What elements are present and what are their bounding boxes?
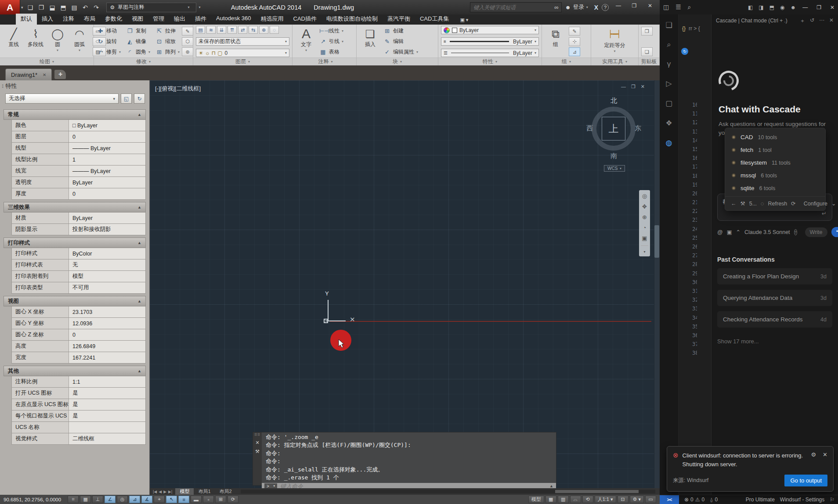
modify-tool-button[interactable]: ⇱ 拉伸 <box>155 27 180 35</box>
help-icon[interactable]: ? <box>602 4 609 11</box>
quick-access-button[interactable]: ↷ <box>91 4 102 11</box>
property-row[interactable]: 宽度167.2241 <box>11 352 146 364</box>
collapse-icon[interactable]: ▲ <box>137 205 141 209</box>
section-header-general[interactable]: 常规▲ <box>4 109 146 120</box>
property-row[interactable]: 打开 UCS 图标是 <box>11 388 146 399</box>
mcp-server-row[interactable]: fetch 1 tool <box>725 144 825 156</box>
viewport-controls-label[interactable]: [-][俯视][二维线框] <box>155 85 201 93</box>
chevron-down-icon[interactable]: ▾ <box>188 5 192 9</box>
group-button[interactable]: ⧉ 组 <box>545 26 567 57</box>
property-row[interactable]: UCS 名称 <box>11 422 146 433</box>
layout-nav-button[interactable]: |◀ <box>153 490 157 494</box>
modify-tool-button[interactable]: ❐ 复制 <box>126 27 150 35</box>
selection-dropdown[interactable]: 无选择▾ <box>5 94 119 104</box>
property-row[interactable]: 在原点显示 UCS 图标是 <box>11 399 146 410</box>
remote-indicator[interactable]: >< <box>660 495 679 504</box>
cascade-header-icon[interactable]: ⋯ <box>819 17 824 25</box>
panel-label-draw[interactable]: 绘图▾ <box>0 58 94 65</box>
close-icon[interactable]: ✕ <box>823 451 827 458</box>
property-row[interactable]: 厚度0 <box>11 188 146 200</box>
lineweight-dropdown[interactable]: ≡ ByLayer▾ <box>441 37 539 46</box>
toggle-pickadd-button[interactable]: ↻ <box>134 94 145 104</box>
status-right-button[interactable]: 模型 <box>528 496 544 503</box>
go-to-output-button[interactable]: Go to output <box>784 475 827 486</box>
clipboard-button[interactable]: ❐ <box>641 27 653 36</box>
draw-tool-button[interactable]: ◠ 圆弧 ▾ <box>69 26 90 57</box>
navbar-tool-icon[interactable]: ▣ <box>642 235 647 241</box>
layer-status-icon[interactable]: ☀ <box>199 50 203 56</box>
ide-window-button[interactable]: ❐ <box>816 4 821 11</box>
layout-tab[interactable]: 布局2 <box>215 488 236 495</box>
workspace-selector[interactable]: ⚙ 草图与注释 ▾ <box>106 3 196 12</box>
status-toggle-button[interactable]: ≡ <box>178 496 189 503</box>
show-more-link[interactable]: Show 17 more... <box>717 338 832 345</box>
quick-access-button[interactable]: ❐ <box>36 4 47 11</box>
tab-close-icon[interactable]: ✕ <box>43 72 46 77</box>
property-row[interactable]: 线型比例1 <box>11 154 146 166</box>
status-toggle-button[interactable]: ∠ <box>105 496 116 503</box>
panel-label-group[interactable]: 组▾ <box>542 58 591 65</box>
quick-access-button[interactable]: ⬒ <box>58 4 69 11</box>
status-right-button[interactable]: ⌓ <box>570 496 581 503</box>
ribbon-tab[interactable]: 电缆数设图自动绘制 <box>321 14 383 25</box>
panel-label-layers[interactable]: 图层▾ <box>193 58 292 65</box>
command-customize-icon[interactable]: ⚒ <box>255 449 260 454</box>
status-right-button[interactable]: ▥ <box>558 496 569 503</box>
viewport-window-button[interactable]: ❐ <box>631 84 636 90</box>
group-extra-button[interactable]: ✎ <box>569 27 580 36</box>
property-row[interactable]: 圆心 Y 坐标12.0936 <box>11 318 146 329</box>
navbar-tool-icon[interactable]: ⊕ <box>642 214 647 220</box>
panel-label-properties[interactable]: 特性▾ <box>438 58 542 65</box>
annotate-tool-button[interactable]: ⊢⊣ 线性▾ <box>319 27 343 35</box>
clipboard-button[interactable]: ❏ <box>641 47 653 56</box>
layer-dropdown[interactable]: ☀☼⊓▢ 0▾ <box>196 49 289 57</box>
section-header-plotstyle[interactable]: 打印样式▲ <box>4 238 146 248</box>
property-row[interactable]: 打印样式表无 <box>11 259 146 271</box>
group-extra-button[interactable]: ⊹ <box>569 37 580 46</box>
ide-titlebar-icon[interactable]: ⌕ <box>688 4 691 11</box>
quick-access-button[interactable]: ⬓ <box>47 4 58 11</box>
compass-west[interactable]: 西 <box>586 124 593 133</box>
collapse-icon[interactable]: ▲ <box>137 299 141 303</box>
back-icon[interactable]: ← <box>731 201 737 207</box>
modify-tool-button[interactable]: ⊞ 阵列▾ <box>155 48 180 56</box>
mcp-server-row[interactable]: CAD 10 tools <box>725 131 825 144</box>
status-toggle-button[interactable]: ▦ <box>80 496 91 503</box>
property-row[interactable]: 高度126.6849 <box>11 341 146 352</box>
navbar-tool-icon[interactable]: ◔ <box>643 224 647 231</box>
quick-access-button[interactable]: ↶ <box>80 4 91 11</box>
layer-tool-button[interactable]: ⇊ <box>217 26 226 34</box>
property-row[interactable]: 线宽——— ByLayer <box>11 166 146 177</box>
property-row[interactable]: 颜色□ ByLayer <box>11 120 146 131</box>
mention-icon[interactable]: @ <box>717 229 723 235</box>
ribbon-tab[interactable]: 插入 <box>37 14 58 25</box>
activity-bar-icon[interactable]: ❏ <box>665 21 672 30</box>
layout-nav-button[interactable]: ▶| <box>168 490 172 494</box>
palette-grip[interactable]: ⁞⁞⁞ <box>2 84 3 89</box>
layout-nav-button[interactable]: ◀ <box>159 490 162 494</box>
sync-badge-icon[interactable]: ↻ <box>681 48 688 55</box>
ribbon-tab[interactable]: 视图 <box>127 14 148 25</box>
layer-tool-button[interactable]: ⇈ <box>228 26 237 34</box>
refresh-button[interactable]: Refresh <box>768 201 787 207</box>
layer-tool-button[interactable]: ▤ <box>196 26 205 34</box>
quick-access-button[interactable]: ❏ <box>25 4 36 11</box>
status-right-button[interactable]: ⟲ <box>582 496 593 503</box>
mcp-server-row[interactable]: filesystem 11 tools <box>725 156 825 169</box>
modify-tool-button[interactable]: ✚ 移动 <box>97 27 121 35</box>
status-toggle-button[interactable]: ▫ <box>203 496 214 503</box>
status-toggle-button[interactable]: ⊥ <box>92 496 103 503</box>
status-right-button[interactable]: 人1:1 ▾ <box>595 496 616 503</box>
text-tool-button[interactable]: A 文字 ▾ <box>295 26 317 57</box>
status-toggle-button[interactable]: ∡ <box>141 496 152 503</box>
hammer-icon[interactable]: ⚒ <box>740 200 745 207</box>
modify-extra-button[interactable]: ⬡ <box>182 37 193 46</box>
sign-in-button[interactable]: ☻ 登录 ▾ <box>565 4 591 11</box>
compass-south[interactable]: 南 <box>610 152 617 160</box>
status-right-button[interactable]: ⚙ ▾ <box>630 496 644 503</box>
modify-extra-button[interactable]: ✎ <box>182 27 193 36</box>
block-tool-button[interactable]: ⊞ 创建 <box>383 27 418 35</box>
ide-layout-icon[interactable]: ⬒ <box>769 4 774 11</box>
ribbon-tab[interactable]: 插件 <box>190 14 211 25</box>
status-toggle-button[interactable]: ▬ <box>191 496 202 503</box>
